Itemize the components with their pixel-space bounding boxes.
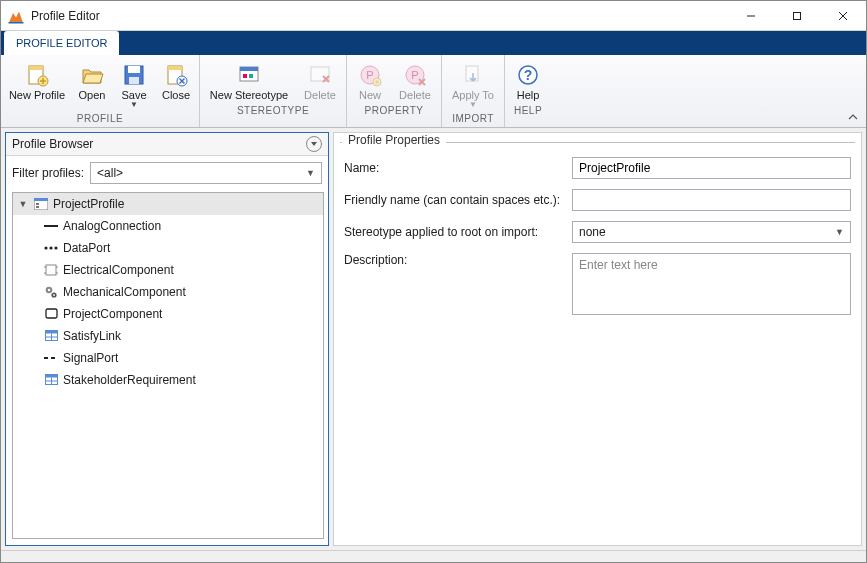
app-icon <box>7 7 25 25</box>
chevron-down-icon: ▼ <box>306 168 315 178</box>
tree-item[interactable]: SatisfyLink <box>13 325 323 347</box>
name-label: Name: <box>344 161 572 175</box>
chevron-up-icon <box>847 111 859 123</box>
tree-root[interactable]: ▼ ProjectProfile <box>13 193 323 215</box>
apply-dropdown-icon: ▼ <box>469 101 477 109</box>
properties-title: Profile Properties <box>334 133 861 147</box>
delete-property-button: P Delete <box>393 59 437 103</box>
connector-line-icon <box>43 219 59 233</box>
svg-point-53 <box>53 294 55 296</box>
ribbon-group-property: P New P Delete PROPERTY <box>347 55 442 127</box>
svg-rect-6 <box>29 66 43 70</box>
gear-icon <box>43 285 59 299</box>
svg-rect-0 <box>9 22 24 24</box>
status-bar <box>1 550 866 562</box>
svg-rect-38 <box>34 198 48 201</box>
component-box-icon <box>43 307 59 321</box>
svg-rect-45 <box>46 265 56 275</box>
friendly-name-label: Friendly name (can contain spaces etc.): <box>344 193 572 207</box>
profile-browser-header: Profile Browser <box>6 133 328 156</box>
svg-rect-14 <box>168 66 182 70</box>
ribbon-group-stereotype: New Stereotype Delete STEREOTYPE <box>200 55 347 127</box>
description-textarea[interactable] <box>572 253 851 315</box>
svg-point-42 <box>44 246 47 249</box>
tree-item[interactable]: ElectricalComponent <box>13 259 323 281</box>
table-icon <box>43 373 59 387</box>
close-profile-icon <box>164 63 188 87</box>
friendly-name-input[interactable] <box>572 189 851 211</box>
profile-browser-title: Profile Browser <box>12 137 93 151</box>
svg-text:P: P <box>366 69 373 81</box>
svg-rect-19 <box>240 67 258 71</box>
svg-rect-2 <box>794 12 801 19</box>
toolstrip-tabs: PROFILE EDITOR <box>1 31 866 55</box>
svg-text:?: ? <box>524 67 533 83</box>
filter-label: Filter profiles: <box>12 166 84 180</box>
svg-rect-20 <box>243 74 247 78</box>
save-button[interactable]: Save ▼ <box>115 59 153 111</box>
save-dropdown-icon: ▼ <box>130 101 138 109</box>
minimize-button[interactable] <box>728 1 774 31</box>
maximize-button[interactable] <box>774 1 820 31</box>
chevron-down-icon: ▼ <box>835 227 844 237</box>
ribbon: New Profile Open Save ▼ Close PROFILE Ne… <box>1 55 866 128</box>
profile-icon <box>33 197 49 211</box>
filter-profiles-select[interactable]: <all> ▼ <box>90 162 322 184</box>
profile-browser-panel: Profile Browser Filter profiles: <all> ▼… <box>5 132 329 546</box>
name-input[interactable] <box>572 157 851 179</box>
svg-rect-62 <box>45 375 57 378</box>
profile-tree[interactable]: ▼ ProjectProfile AnalogConnection DataPo… <box>12 192 324 539</box>
ribbon-group-profile: New Profile Open Save ▼ Close PROFILE <box>1 55 200 127</box>
new-stereotype-button[interactable]: New Stereotype <box>204 59 294 103</box>
description-label: Description: <box>344 253 572 267</box>
help-icon: ? <box>516 63 540 87</box>
tree-item[interactable]: ProjectComponent <box>13 303 323 325</box>
ribbon-group-import: Apply To ▼ IMPORT <box>442 55 505 127</box>
new-profile-icon <box>25 63 49 87</box>
new-profile-button[interactable]: New Profile <box>5 59 69 111</box>
stereotype-root-label: Stereotype applied to root on import: <box>344 225 572 239</box>
tab-profile-editor[interactable]: PROFILE EDITOR <box>4 31 119 55</box>
tree-item[interactable]: StakeholderRequirement <box>13 369 323 391</box>
ribbon-group-help: ? Help HELP <box>505 55 551 127</box>
svg-rect-12 <box>129 77 139 84</box>
delete-stereotype-button: Delete <box>298 59 342 103</box>
save-icon <box>122 63 146 87</box>
panel-menu-button[interactable] <box>306 136 322 152</box>
svg-rect-11 <box>128 66 140 73</box>
apply-to-icon <box>461 63 485 87</box>
title-bar: Profile Editor <box>1 1 866 31</box>
svg-rect-54 <box>46 309 57 318</box>
tree-root-label: ProjectProfile <box>53 197 124 211</box>
svg-text:P: P <box>411 69 418 81</box>
stereotype-root-select[interactable]: none ▼ <box>572 221 851 243</box>
open-button[interactable]: Open <box>73 59 111 111</box>
svg-point-44 <box>54 246 57 249</box>
svg-point-51 <box>48 288 50 290</box>
port-dashes-icon <box>43 351 59 365</box>
open-icon <box>80 63 104 87</box>
tree-item[interactable]: SignalPort <box>13 347 323 369</box>
filter-row: Filter profiles: <all> ▼ <box>6 156 328 192</box>
component-brackets-icon <box>43 263 59 277</box>
svg-rect-56 <box>45 331 57 334</box>
tree-item[interactable]: AnalogConnection <box>13 215 323 237</box>
ribbon-collapse-button[interactable] <box>846 110 860 124</box>
tree-item[interactable]: DataPort <box>13 237 323 259</box>
svg-rect-40 <box>36 206 39 208</box>
new-property-icon: P <box>358 63 382 87</box>
delete-stereotype-icon <box>308 63 332 87</box>
port-dots-icon <box>43 241 59 255</box>
new-property-button: P New <box>351 59 389 103</box>
window-title: Profile Editor <box>31 9 728 23</box>
help-button[interactable]: ? Help <box>509 59 547 103</box>
close-profile-button[interactable]: Close <box>157 59 195 111</box>
collapse-icon[interactable]: ▼ <box>17 199 29 209</box>
body: Profile Browser Filter profiles: <all> ▼… <box>1 128 866 550</box>
new-stereotype-icon <box>237 63 261 87</box>
svg-rect-21 <box>249 74 253 78</box>
delete-property-icon: P <box>403 63 427 87</box>
profile-properties-panel: Profile Properties Name: Friendly name (… <box>333 132 862 546</box>
close-button[interactable] <box>820 1 866 31</box>
tree-item[interactable]: MechanicalComponent <box>13 281 323 303</box>
